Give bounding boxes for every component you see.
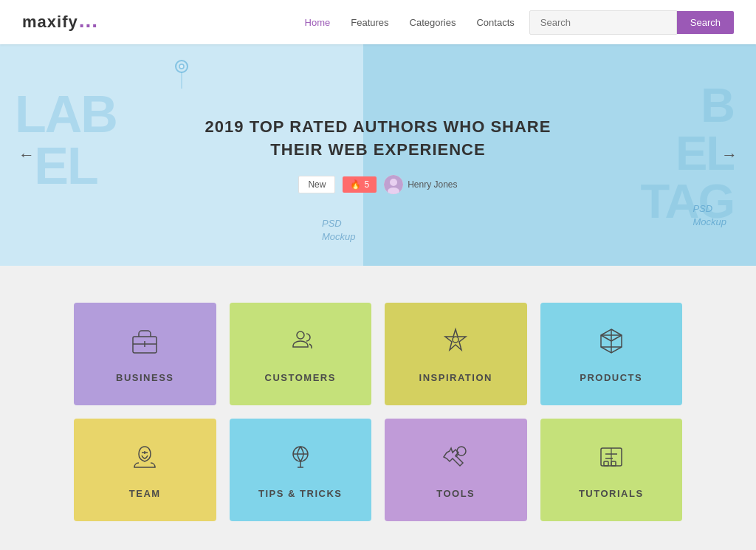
author-info: Henry Jones: [384, 175, 457, 194]
psd-label-left: PSDMockup: [322, 217, 356, 244]
header: maxify... Home Features Categories Conta…: [0, 0, 756, 44]
category-business[interactable]: BUSINESS: [74, 303, 216, 405]
main-nav: Home Features Categories Contacts: [305, 17, 515, 28]
tutorials-icon: [595, 441, 628, 478]
svg-rect-31: [611, 461, 616, 466]
badge-new: New: [298, 176, 335, 193]
nav-features[interactable]: Features: [351, 17, 388, 28]
hero-banner: LABEL PSDMockup BELTAG PSDMockup ← 2019 …: [0, 44, 756, 266]
hero-prev-button[interactable]: ←: [11, 138, 42, 172]
fire-icon: 🔥: [350, 179, 361, 190]
hero-title: 2019 TOP RATED AUTHORS WHO SHARE THEIR W…: [193, 116, 563, 162]
svg-marker-11: [445, 329, 466, 350]
team-icon: [128, 441, 161, 478]
author-name: Henry Jones: [408, 179, 457, 190]
svg-line-18: [611, 335, 622, 341]
logo[interactable]: maxify...: [22, 13, 98, 32]
products-icon: [595, 325, 628, 362]
svg-point-9: [297, 331, 304, 339]
tutorials-label: TUTORIALS: [579, 488, 644, 499]
logo-text: maxify: [22, 13, 78, 32]
tools-label: TOOLS: [436, 488, 475, 499]
hero-content: 2019 TOP RATED AUTHORS WHO SHARE THEIR W…: [193, 116, 563, 194]
business-icon: [128, 325, 161, 362]
category-tools[interactable]: TOOLS: [385, 419, 527, 521]
avatar: [384, 175, 403, 194]
search-input[interactable]: [529, 10, 677, 35]
categories-grid: BUSINESS CUSTOMERS: [74, 303, 682, 521]
tips-icon: [284, 441, 317, 478]
customers-label: CUSTOMERS: [265, 372, 336, 383]
hero-badges: New 🔥 5 Henry Jones: [193, 175, 563, 194]
nav-categories[interactable]: Categories: [410, 17, 456, 28]
products-label: PRODUCTS: [580, 372, 642, 383]
tips-label: TIPS & TRICKS: [258, 488, 342, 499]
svg-point-12: [453, 337, 458, 343]
psd-label-right: PSDMockup: [693, 202, 726, 229]
fire-count: 5: [364, 179, 369, 190]
svg-point-4: [390, 179, 397, 186]
tools-icon: [439, 441, 472, 478]
inspiration-label: INSPIRATION: [419, 372, 492, 383]
search-area: Search: [529, 10, 734, 35]
customers-icon: [284, 325, 317, 362]
categories-section: BUSINESS CUSTOMERS: [0, 266, 756, 550]
search-button[interactable]: Search: [677, 11, 734, 34]
svg-rect-30: [604, 461, 608, 466]
nav-contacts[interactable]: Contacts: [476, 17, 514, 28]
avatar-icon: [384, 175, 403, 194]
inspiration-icon: [439, 325, 472, 362]
category-customers[interactable]: CUSTOMERS: [230, 303, 372, 405]
category-tutorials[interactable]: TUTORIALS: [540, 419, 683, 521]
svg-point-1: [179, 64, 184, 69]
svg-line-17: [601, 335, 611, 341]
nav-home[interactable]: Home: [305, 17, 331, 28]
business-label: BUSINESS: [116, 372, 173, 383]
hero-next-button[interactable]: →: [714, 138, 745, 172]
team-label: TEAM: [129, 488, 161, 499]
category-inspiration[interactable]: INSPIRATION: [385, 303, 527, 405]
badge-fire: 🔥 5: [343, 176, 377, 193]
category-products[interactable]: PRODUCTS: [540, 303, 683, 405]
category-tips[interactable]: TIPS & TRICKS: [230, 419, 372, 521]
category-team[interactable]: TEAM: [74, 419, 216, 521]
tag-ring-icon: [163, 52, 200, 89]
